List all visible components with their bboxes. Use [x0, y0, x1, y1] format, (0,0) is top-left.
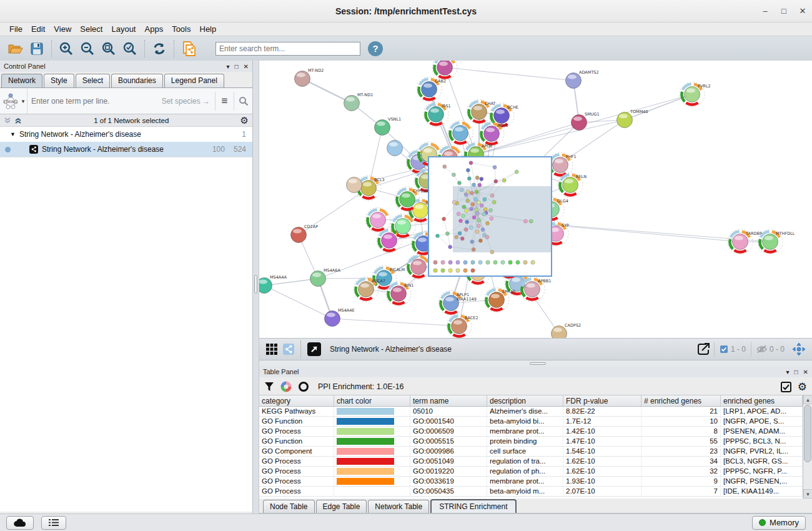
panel-float-icon[interactable]: □ — [795, 369, 798, 375]
network-node-gab2[interactable]: GAB2 — [417, 77, 446, 102]
refresh-button[interactable] — [149, 39, 170, 59]
table-row[interactable]: KEGG Pathways05010Alzheimer's dise...8.8… — [259, 407, 803, 417]
table-row[interactable]: GO ProcessGO:0050435beta-amyloid m...2.0… — [259, 487, 803, 497]
table-row[interactable]: GO ProcessGO:0006509membrane prot...1.42… — [259, 427, 803, 437]
search-input[interactable] — [215, 42, 360, 56]
network-node-bace2[interactable]: BACE2 — [447, 314, 478, 338]
panel-divider-handle[interactable] — [254, 275, 257, 294]
network-node-vsnl1[interactable]: VSNL1 — [375, 117, 402, 136]
open-session-button[interactable] — [5, 39, 26, 59]
menu-select[interactable]: Select — [76, 24, 107, 34]
expand-all-icon[interactable] — [14, 117, 22, 124]
tab-boundaries[interactable]: Boundaries — [111, 74, 163, 87]
menu-view[interactable]: View — [49, 24, 76, 34]
tab-string-enrichment[interactable]: STRING Enrichment — [430, 499, 516, 513]
panel-menu-icon[interactable]: ▾ — [227, 63, 230, 70]
zoom-selected-button[interactable] — [119, 39, 141, 59]
collapse-all-icon[interactable] — [4, 117, 12, 124]
tab-style[interactable]: Style — [44, 74, 74, 87]
settings-gear-icon[interactable]: ⚙ — [798, 380, 807, 394]
network-node-adamts2[interactable]: ADAMTS2 — [566, 70, 599, 89]
cloud-button[interactable] — [6, 516, 34, 530]
zoom-fit-button[interactable] — [98, 39, 119, 59]
network-node-ache[interactable]: ACHE — [479, 121, 508, 146]
ring-chart-icon[interactable] — [298, 381, 309, 392]
zoom-out-button[interactable] — [77, 39, 98, 59]
network-row[interactable]: String Network - Alzheimer's disease 100… — [0, 142, 252, 157]
table-row[interactable]: GO FunctionGO:0001540beta-amyloid bi...1… — [259, 417, 803, 427]
column-header-enriched-genes[interactable]: enriched genes — [721, 395, 803, 406]
scroll-down-arrow[interactable]: ▼ — [803, 489, 812, 499]
grid-view-button[interactable] — [263, 339, 280, 359]
pan-tool-button[interactable] — [790, 339, 808, 359]
network-node-epha5[interactable]: EPHA5 — [484, 287, 516, 312]
column-header-description[interactable]: description — [487, 395, 563, 406]
select-terms-icon[interactable] — [781, 382, 791, 392]
task-list-button[interactable] — [41, 516, 66, 530]
table-scrollbar[interactable]: ▲ ▼ — [803, 395, 812, 499]
table-row[interactable]: GO ProcessGO:0019220regulation of ph...1… — [259, 467, 803, 477]
memory-button[interactable]: Memory — [752, 516, 806, 530]
table-row[interactable]: GO ComponentGO:0009986cell surface1.54E-… — [259, 447, 803, 457]
panel-float-icon[interactable]: □ — [235, 63, 239, 70]
menu-apps[interactable]: Apps — [141, 24, 168, 34]
network-node-pvrl2[interactable]: PVRL2 — [680, 82, 711, 107]
column-header-chart-color[interactable]: chart color — [334, 395, 410, 406]
tab-node-table[interactable]: Node Table — [263, 500, 315, 513]
tab-select[interactable]: Select — [76, 74, 110, 87]
close-button[interactable]: ✕ — [793, 0, 812, 22]
minimize-button[interactable]: – — [756, 0, 775, 22]
menu-help[interactable]: Help — [196, 24, 221, 34]
zoom-in-button[interactable] — [56, 39, 77, 59]
menu-tools[interactable]: Tools — [167, 24, 195, 34]
network-node-apbb1[interactable]: APBB1 — [520, 277, 551, 302]
tab-network[interactable]: Network — [1, 74, 42, 87]
maximize-button[interactable]: □ — [775, 0, 793, 22]
network-node[interactable] — [448, 121, 473, 146]
network-node-irs1[interactable]: IRS1 — [423, 102, 451, 127]
table-row[interactable]: GO FunctionGO:0005515protein binding1.47… — [259, 437, 803, 447]
network-node-tomm40[interactable]: TOMM40 — [617, 109, 648, 128]
network-node-abca7[interactable]: ABCA7 — [354, 277, 385, 302]
string-db-logo[interactable]: STRING ▾ — [0, 89, 27, 114]
filter-icon[interactable] — [264, 382, 274, 392]
column-header-FDR-p-value[interactable]: FDR p-value — [563, 395, 641, 406]
save-session-button[interactable] — [26, 39, 47, 59]
import-network-button[interactable] — [178, 39, 199, 59]
network-node-aplp1[interactable]: APLP1KIAA1149 — [438, 290, 477, 315]
network-node-cadps2[interactable]: CADPS2 — [552, 323, 582, 338]
scroll-thumb[interactable] — [804, 405, 811, 462]
scroll-up-arrow[interactable]: ▲ — [803, 395, 812, 404]
fit-content-button[interactable] — [305, 339, 324, 359]
tab-edge-table[interactable]: Edge Table — [316, 500, 367, 513]
network-node[interactable] — [387, 141, 403, 156]
menu-edit[interactable]: Edit — [27, 24, 49, 34]
string-options-button[interactable]: ≡ — [215, 92, 234, 111]
network-node[interactable] — [347, 177, 362, 193]
help-button[interactable]: ? — [368, 41, 383, 56]
panel-menu-icon[interactable]: ▾ — [786, 369, 790, 375]
network-collection-row[interactable]: ▼ String Network - Alzheimer's disease 1 — [0, 127, 252, 142]
network-edge[interactable] — [332, 319, 459, 326]
string-query-input[interactable] — [27, 97, 162, 106]
donut-chart-icon[interactable] — [280, 381, 292, 392]
network-node[interactable] — [432, 61, 457, 80]
export-network-button[interactable] — [693, 339, 714, 359]
birds-eye-navigator[interactable] — [428, 156, 552, 277]
string-search-button[interactable] — [234, 92, 252, 111]
tree-expander-icon[interactable]: ▼ — [10, 131, 16, 137]
navigator-toggle-button[interactable] — [280, 339, 297, 359]
menu-file[interactable]: File — [5, 24, 27, 34]
column-header--enriched-genes[interactable]: # enriched genes — [641, 395, 721, 406]
column-header-category[interactable]: category — [259, 395, 334, 406]
table-row[interactable]: GO ProcessGO:0033619membrane prot...1.93… — [259, 477, 803, 487]
panel-close-icon[interactable]: ✕ — [803, 369, 808, 375]
network-node-cd2ap[interactable]: CD2AP — [291, 224, 319, 243]
network-edge[interactable] — [445, 67, 573, 81]
table-row[interactable]: GO ProcessGO:0051049regulation of tra...… — [259, 457, 803, 467]
network-node-mthfdll[interactable]: MTHFDLL — [758, 229, 795, 254]
horizontal-splitter-handle[interactable] — [530, 362, 546, 365]
network-node-mt-nd2[interactable]: MT-ND2 — [295, 68, 324, 87]
gear-icon[interactable]: ⚙ — [240, 115, 249, 126]
panel-close-icon[interactable]: ✕ — [244, 63, 249, 70]
